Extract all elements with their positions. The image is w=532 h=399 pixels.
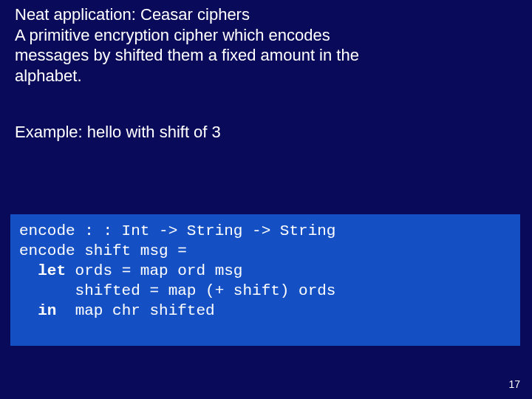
code-line-5-rest: map chr shifted [56,302,214,319]
example-text: Example: hello with shift of 3 [15,122,517,143]
code-line-2: encode shift msg = [19,242,511,262]
intro-line-2: A primitive encryption cipher which enco… [15,26,330,44]
intro-line-4: alphabet. [15,66,82,85]
code-line-5: in map chr shifted [19,301,511,321]
code-block: encode : : Int -> String -> String encod… [10,214,520,346]
intro-line-3: messages by shifted them a fixed amount … [15,46,359,64]
code-line-3: let ords = map ord msg [19,262,511,282]
page-number: 17 [508,378,520,390]
keyword-let: let [19,262,66,279]
intro-line-1: Neat application: Ceasar ciphers [15,5,250,24]
code-line-1: encode : : Int -> String -> String [19,222,511,242]
intro-text: Neat application: Ceasar ciphers A primi… [15,4,517,86]
code-line-4: shifted = map (+ shift) ords [19,282,511,301]
keyword-in: in [19,302,56,319]
code-line-3-rest: ords = map ord msg [66,262,242,279]
slide: Neat application: Ceasar ciphers A primi… [0,0,532,399]
